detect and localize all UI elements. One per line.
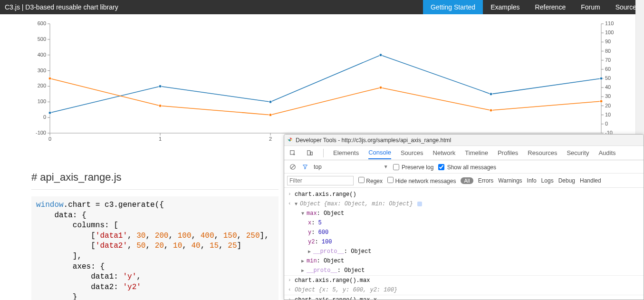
code-token: 'y2' — [123, 283, 141, 291]
svg-text:60: 60 — [605, 66, 611, 72]
svg-text:0: 0 — [48, 136, 51, 142]
filter-debug[interactable]: Debug — [558, 177, 575, 184]
devtools-title: Developer Tools - http://c3js.org/sample… — [296, 137, 451, 144]
svg-text:400: 400 — [38, 52, 46, 58]
code-token: columns: [ — [36, 221, 118, 230]
console-key: min — [307, 258, 317, 264]
svg-text:-100: -100 — [36, 130, 46, 135]
svg-point-51 — [48, 111, 51, 114]
hide-network-checkbox[interactable]: Hide network messages — [387, 177, 456, 184]
svg-rect-67 — [311, 152, 313, 155]
code-token: window — [36, 201, 64, 209]
inspect-icon[interactable] — [289, 149, 297, 157]
code-token: [ — [36, 242, 96, 250]
result-icon: ‹ — [288, 286, 295, 294]
show-all-checkbox[interactable]: Show all messages — [438, 163, 496, 171]
svg-point-59 — [269, 114, 272, 116]
tab-timeline[interactable]: Timeline — [465, 147, 488, 159]
svg-text:70: 70 — [605, 57, 611, 63]
console-key: __proto__ — [313, 248, 344, 255]
console-val: 100 — [322, 239, 332, 245]
nav-reference[interactable]: Reference — [528, 0, 574, 14]
code-token: 'data1' — [96, 232, 127, 240]
tab-audits[interactable]: Audits — [598, 147, 615, 159]
code-token: ], — [260, 232, 269, 240]
console-filterbar: Regex Hide network messages All Errors W… — [284, 174, 644, 188]
code-token: , 50, 20, 10, 40, 15, 25 — [127, 242, 237, 250]
chrome-icon — [287, 137, 293, 143]
tab-resources[interactable]: Resources — [528, 147, 557, 159]
tab-security[interactable]: Security — [567, 147, 589, 159]
hide-network-label: Hide network messages — [395, 178, 456, 184]
svg-text:0: 0 — [605, 121, 608, 126]
nav-examples[interactable]: Examples — [483, 0, 527, 14]
console-input-line: chart.axis.range().max.x — [295, 296, 640, 300]
tab-elements[interactable]: Elements — [333, 147, 359, 159]
preserve-log-label: Preserve log — [402, 164, 433, 171]
svg-text:80: 80 — [605, 48, 611, 54]
console-val: 5 — [318, 220, 322, 226]
console-input-line: chart.axis.range() — [295, 190, 640, 199]
svg-text:100: 100 — [38, 98, 46, 104]
regex-checkbox[interactable]: Regex — [358, 177, 383, 184]
console-key: __proto__ — [307, 267, 337, 274]
expand-icon[interactable]: ▶ — [301, 267, 306, 274]
devtools-titlebar[interactable]: Developer Tools - http://c3js.org/sample… — [284, 135, 644, 146]
expand-icon[interactable]: ▼ — [295, 201, 299, 208]
prompt-icon: › — [288, 296, 295, 300]
device-icon[interactable] — [306, 149, 314, 157]
console-input-line: chart.axis.range().max — [295, 276, 640, 285]
svg-text:100: 100 — [605, 29, 614, 35]
code-token: data1: — [36, 272, 123, 281]
filter-logs[interactable]: Logs — [541, 177, 554, 184]
divider — [31, 189, 279, 190]
prompt-icon: › — [288, 190, 295, 198]
expand-icon[interactable]: ▶ — [308, 248, 313, 255]
console-output: ›chart.axis.range() ‹▼Object {max: Objec… — [284, 188, 644, 300]
console-key: max — [307, 210, 317, 217]
filter-input[interactable] — [287, 176, 354, 185]
context-selector[interactable]: top — [314, 164, 322, 170]
svg-text:30: 30 — [605, 93, 611, 99]
result-icon: ‹ — [288, 200, 295, 208]
console-text: Object — [300, 201, 324, 207]
code-token: , — [136, 272, 141, 281]
filter-icon[interactable] — [301, 163, 309, 171]
filter-handled[interactable]: Handled — [580, 177, 601, 184]
tab-profiles[interactable]: Profiles — [498, 147, 518, 159]
code-block: window.chart = c3.generate({ data: { col… — [31, 196, 279, 300]
filter-warnings[interactable]: Warnings — [498, 177, 522, 184]
nav-getting-started[interactable]: Getting Started — [423, 0, 483, 14]
expand-icon[interactable]: ▶ — [301, 258, 306, 265]
prompt-icon: › — [288, 276, 295, 284]
tab-sources[interactable]: Sources — [401, 147, 423, 159]
tab-network[interactable]: Network — [433, 147, 456, 159]
svg-text:300: 300 — [38, 68, 46, 73]
console-val: Object — [344, 267, 365, 274]
clear-console-icon[interactable] — [289, 163, 297, 171]
svg-point-56 — [600, 77, 603, 80]
svg-point-52 — [159, 85, 162, 87]
devtools-window: Developer Tools - http://c3js.org/sample… — [284, 134, 644, 300]
console-val: Object — [324, 258, 344, 264]
code-token: axes: { — [36, 262, 105, 271]
console-val: Object — [324, 210, 344, 217]
svg-text:90: 90 — [605, 39, 611, 44]
enum-badge-icon[interactable] — [417, 202, 422, 206]
filter-all[interactable]: All — [461, 177, 473, 184]
svg-text:50: 50 — [605, 75, 611, 81]
svg-text:110: 110 — [605, 20, 614, 26]
svg-point-54 — [379, 54, 382, 57]
tab-console[interactable]: Console — [368, 146, 391, 159]
expand-icon[interactable]: ▼ — [301, 210, 306, 217]
filter-info[interactable]: Info — [527, 177, 537, 184]
preserve-log-checkbox[interactable]: Preserve log — [393, 163, 434, 171]
svg-point-53 — [269, 100, 272, 103]
nav-forum[interactable]: Forum — [573, 0, 607, 14]
chevron-down-icon[interactable]: ▼ — [384, 164, 388, 169]
brand-title: C3.js | D3-based reusable chart library — [5, 3, 118, 11]
code-token: .chart = c3.generate({ — [64, 201, 164, 209]
svg-point-62 — [600, 100, 603, 103]
code-token: ] — [237, 242, 241, 250]
filter-errors[interactable]: Errors — [478, 177, 494, 184]
